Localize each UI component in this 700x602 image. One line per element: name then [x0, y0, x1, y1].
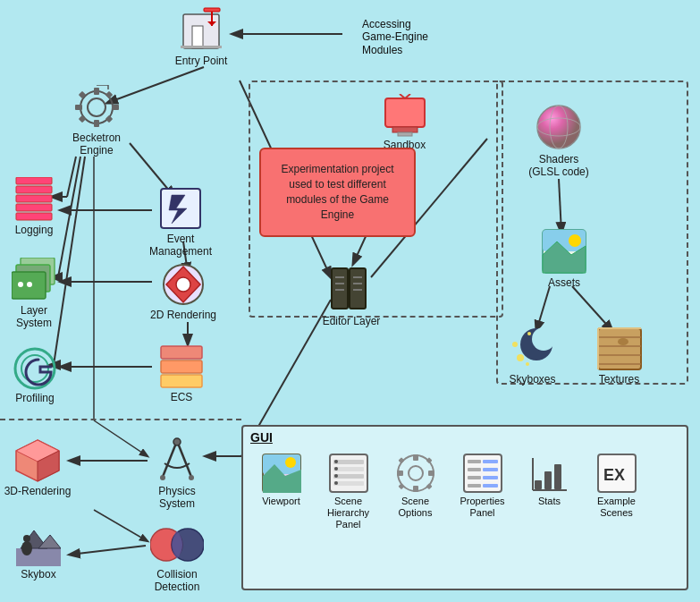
svg-point-72 [160, 475, 165, 480]
svg-rect-83 [398, 132, 412, 136]
becketron-icon [72, 85, 122, 130]
example-label: ExampleScenes [597, 496, 636, 519]
svg-point-78 [23, 535, 30, 542]
logging-node: Logging [7, 177, 61, 236]
svg-rect-87 [350, 268, 366, 309]
skybox-icon [16, 526, 61, 566]
svg-rect-82 [392, 127, 417, 132]
gui-items-container: Viewport [243, 448, 687, 538]
layer-system-node: LayerSystem [7, 258, 61, 330]
layer-system-icon [12, 258, 56, 302]
assets-label: Assets [548, 276, 580, 289]
shaders-label: Shaders(GLSL code) [528, 153, 589, 179]
hierarchy-icon [329, 454, 368, 493]
ecs-label: ECS [171, 391, 193, 403]
svg-rect-65 [161, 375, 202, 387]
svg-line-69 [163, 441, 177, 477]
svg-rect-120 [333, 460, 364, 464]
profiling-icon [13, 347, 56, 390]
svg-rect-50 [16, 204, 52, 211]
assets-node: Assets [533, 228, 595, 289]
svg-rect-122 [333, 474, 364, 479]
svg-rect-39 [75, 105, 82, 110]
svg-text:EX: EX [603, 466, 625, 484]
profiling-node: Profiling [4, 347, 65, 404]
svg-point-94 [537, 106, 580, 148]
viewport-icon [262, 454, 301, 493]
becketron-node: BecketronEngine [61, 85, 132, 157]
svg-line-27 [94, 420, 148, 456]
rendering-2d-icon [161, 262, 206, 307]
skyboxes-label: Skyboxes [509, 373, 555, 386]
diagram: Entry Point AccessingGame-EngineModules [0, 0, 700, 602]
logging-label: Logging [15, 224, 54, 236]
svg-rect-44 [105, 115, 112, 123]
svg-point-103 [517, 354, 524, 361]
textures-node: Textures [586, 326, 653, 386]
svg-point-105 [526, 362, 529, 366]
gui-item-stats: Stats [520, 454, 578, 507]
svg-point-77 [21, 541, 32, 555]
svg-line-4 [67, 157, 76, 197]
svg-rect-31 [204, 8, 220, 12]
options-icon [396, 454, 435, 493]
svg-point-124 [334, 460, 338, 463]
svg-rect-140 [483, 460, 498, 463]
sandbox-description: Experimentation project used to test dif… [259, 148, 416, 237]
physics-system-label: PhysicsSystem [158, 485, 195, 511]
svg-rect-107 [598, 328, 641, 369]
physics-system-icon [154, 437, 200, 483]
svg-line-20 [70, 546, 146, 555]
assets-icon [541, 228, 587, 275]
svg-rect-30 [192, 26, 203, 48]
svg-rect-141 [468, 468, 481, 471]
separator-line [0, 419, 241, 420]
svg-rect-136 [398, 483, 404, 489]
svg-rect-132 [397, 471, 403, 476]
svg-rect-134 [398, 457, 404, 463]
svg-rect-43 [78, 115, 85, 123]
svg-rect-81 [385, 98, 425, 127]
svg-rect-148 [544, 471, 552, 489]
properties-label: PropertiesPanel [460, 496, 504, 519]
shaders-node: Shaders(GLSL code) [519, 103, 599, 179]
entry-point-node: Entry Point [165, 4, 237, 67]
svg-rect-34 [181, 46, 222, 48]
hierarchy-label: SceneHierarchyPanel [327, 496, 369, 531]
svg-point-60 [176, 277, 190, 292]
editor-layer-icon [330, 264, 373, 313]
svg-rect-145 [468, 484, 481, 488]
svg-rect-146 [483, 484, 498, 488]
entry-point-icon [179, 4, 223, 53]
svg-rect-133 [428, 471, 434, 476]
collision-detection-icon [150, 523, 204, 566]
svg-rect-48 [16, 186, 52, 193]
sandbox-text: Experimentation project used to test dif… [268, 162, 407, 222]
ecs-node: ECS [150, 344, 213, 403]
svg-rect-49 [16, 195, 52, 202]
collision-detection-node: CollisionDetection [137, 523, 217, 594]
options-label: SceneOptions [399, 496, 433, 519]
profiling-label: Profiling [15, 392, 54, 404]
example-icon: EX [597, 454, 637, 493]
accessing-label: AccessingGame-EngineModules [362, 18, 428, 56]
svg-point-99 [569, 234, 581, 247]
svg-rect-47 [16, 177, 52, 184]
rendering-3d-label: 3D-Rendering [4, 485, 72, 497]
svg-rect-40 [112, 105, 119, 110]
svg-rect-147 [535, 480, 542, 489]
svg-point-57 [27, 282, 32, 287]
ecs-icon [159, 344, 204, 389]
svg-rect-37 [94, 88, 99, 95]
rendering-3d-node: 3D-Rendering [3, 438, 72, 497]
svg-rect-142 [483, 468, 498, 471]
svg-rect-38 [94, 120, 99, 127]
rendering-2d-label: 2D Rendering [150, 309, 216, 321]
svg-point-106 [527, 332, 531, 335]
svg-line-8 [58, 157, 80, 277]
svg-point-129 [409, 466, 423, 480]
gui-item-example: EX ExampleScenes [587, 454, 645, 519]
rendering-3d-icon [14, 438, 61, 483]
svg-rect-42 [105, 91, 112, 98]
physics-system-node: PhysicsSystem [141, 437, 213, 511]
